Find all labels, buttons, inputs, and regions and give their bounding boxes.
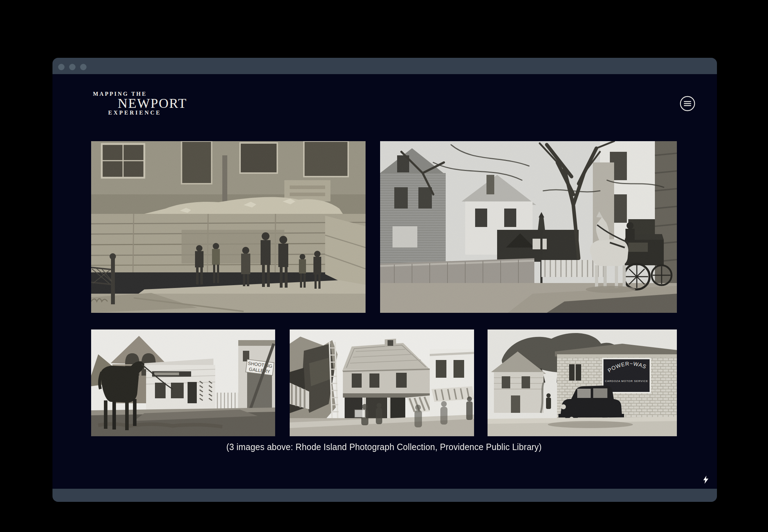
photo-horse-drawn-wagon[interactable]: [380, 141, 677, 313]
photo-motor-service-garage[interactable]: POWER~WASHING CARDOZA MOTOR SERVICE: [488, 329, 677, 436]
hamburger-circle-icon: [679, 95, 696, 112]
window-control-dot-1[interactable]: [58, 64, 65, 70]
street-with-horse-image: SHOOTING GALLERY: [91, 329, 275, 436]
page-background: { "brand": { "line1": "MAPPING THE", "li…: [0, 0, 768, 532]
photo-demolished-house[interactable]: [290, 329, 474, 436]
horse-drawn-wagon-image: [380, 141, 677, 313]
menu-button[interactable]: [679, 95, 696, 112]
motor-service-garage-image: POWER~WASHING CARDOZA MOTOR SERVICE: [488, 329, 677, 436]
window-control-dot-2[interactable]: [69, 64, 76, 70]
brand-logo[interactable]: MAPPING THE NEWPORT EXPERIENCE: [93, 90, 242, 122]
brand-line-main: NEWPORT: [118, 95, 187, 111]
window-bottombar: [52, 489, 717, 502]
window-control-dot-3[interactable]: [80, 64, 87, 70]
app-window: MAPPING THE NEWPORT EXPERIENCE: [52, 58, 717, 502]
window-titlebar: [52, 58, 717, 74]
lightning-bolt-icon[interactable]: [703, 476, 709, 484]
photo-street-with-horse[interactable]: SHOOTING GALLERY: [91, 329, 275, 436]
photo-construction-children[interactable]: [91, 141, 366, 313]
demolished-house-image: [290, 329, 474, 436]
construction-children-image: [91, 141, 366, 313]
brand-line-bottom: EXPERIENCE: [108, 110, 161, 116]
gallery-caption: (3 images above: Rhode Island Photograph…: [112, 442, 656, 453]
